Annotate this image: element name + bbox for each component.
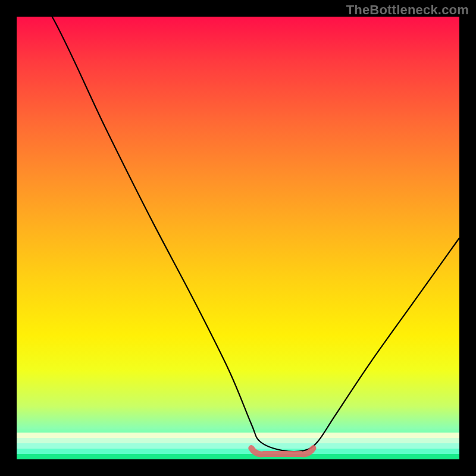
- chart-frame: TheBottleneck.com: [0, 0, 476, 476]
- bottleneck-curve: [17, 17, 459, 452]
- watermark-text: TheBottleneck.com: [346, 2, 469, 18]
- plot-area: [17, 17, 459, 459]
- curve-layer: [17, 17, 459, 459]
